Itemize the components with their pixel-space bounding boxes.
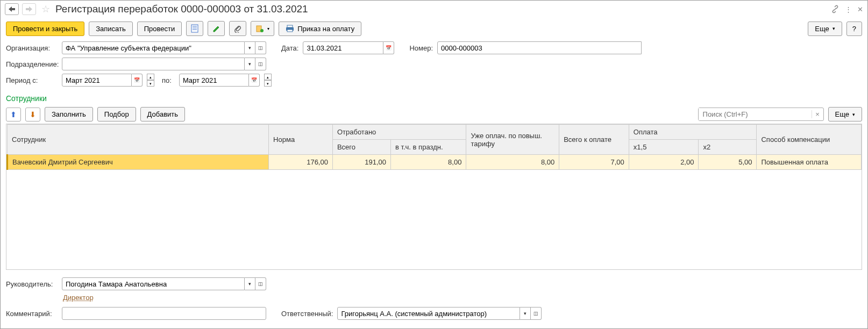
svg-rect-0 [191, 25, 198, 32]
fill-button[interactable]: Заполнить [45, 107, 93, 121]
resp-label: Ответственный: [281, 310, 333, 318]
cell-topay: 7,00 [559, 155, 629, 170]
forward-button[interactable] [22, 3, 36, 15]
manager-input[interactable] [62, 277, 245, 290]
report-icon-button[interactable] [186, 21, 203, 36]
org-input[interactable] [62, 41, 245, 54]
resp-open-button[interactable]: ◫ [531, 307, 542, 320]
post-button[interactable]: Провести [137, 22, 182, 36]
footer-form: Руководитель: ▾ ◫ Директор Комментарий: … [1, 274, 867, 328]
print-order-button[interactable]: Приказ на оплату [279, 22, 361, 36]
table-row[interactable]: Вачевский Дмитрий Сергеевич 176,00 191,0… [8, 155, 862, 170]
col-total-pay: Всего к оплате [559, 125, 629, 155]
resp-dropdown-button[interactable]: ▾ [520, 307, 531, 320]
org-open-button[interactable]: ◫ [255, 41, 266, 54]
period-from-label: Период с: [6, 76, 58, 84]
save-button[interactable]: Записать [89, 22, 133, 36]
date-input[interactable] [303, 41, 383, 54]
date-label: Дата: [281, 44, 298, 52]
search-clear-button[interactable]: × [812, 110, 823, 118]
add-button[interactable]: Добавить [140, 107, 185, 121]
cell-norm: 176,00 [269, 155, 333, 170]
col-employee: Сотрудник [8, 125, 269, 155]
period-to-calendar-button[interactable]: 📅 [249, 74, 260, 87]
cell-p15: 2,00 [629, 155, 699, 170]
period-to-input[interactable] [179, 74, 249, 87]
col-x2: x2 [699, 140, 757, 155]
link-icon[interactable] [831, 5, 839, 13]
favorite-icon[interactable]: ☆ [41, 3, 50, 15]
position-link[interactable]: Директор [63, 294, 94, 302]
period-to-spinner[interactable]: ▴▾ [264, 74, 272, 87]
cell-holiday: 8,00 [390, 155, 466, 170]
attach-icon-button[interactable] [229, 21, 246, 36]
post-and-close-button[interactable]: Провести и закрыть [6, 22, 84, 36]
org-dropdown-button[interactable]: ▾ [245, 41, 255, 54]
manager-label: Руководитель: [6, 280, 58, 288]
close-icon[interactable]: ✕ [857, 5, 863, 13]
main-toolbar: Провести и закрыть Записать Провести ▾ П… [1, 18, 867, 39]
date-calendar-button[interactable]: 📅 [383, 41, 394, 54]
manager-open-button[interactable]: ◫ [255, 277, 266, 290]
back-button[interactable] [5, 3, 19, 15]
dept-dropdown-button[interactable]: ▾ [245, 58, 255, 70]
help-button[interactable]: ? [846, 22, 862, 36]
col-norm: Норма [269, 125, 333, 155]
cell-already: 8,00 [466, 155, 559, 170]
period-to-label: по: [162, 76, 172, 84]
comment-input[interactable] [62, 307, 266, 320]
resp-input[interactable] [337, 307, 520, 320]
cell-employee: Вачевский Дмитрий Сергеевич [8, 155, 269, 170]
dept-input[interactable] [62, 58, 245, 70]
cell-p2: 5,00 [699, 155, 757, 170]
svg-rect-6 [287, 25, 293, 27]
table-search: × [698, 108, 824, 121]
manager-dropdown-button[interactable]: ▾ [245, 277, 255, 290]
move-down-button[interactable]: ⬇ [25, 108, 40, 121]
col-worked-total: Всего [332, 140, 390, 155]
col-worked: Отработано [332, 125, 466, 140]
dept-label: Подразделение: [6, 60, 58, 68]
select-button[interactable]: Подбор [97, 107, 136, 121]
period-from-calendar-button[interactable]: 📅 [132, 74, 143, 87]
search-input[interactable] [699, 108, 812, 120]
number-input[interactable] [437, 41, 642, 54]
dept-open-button[interactable]: ◫ [255, 58, 266, 70]
col-payment: Оплата [629, 125, 757, 140]
employees-section-title: Сотрудники [1, 92, 867, 105]
col-x15: x1,5 [629, 140, 699, 155]
page-title: Регистрация переработок 0000-000003 от 3… [55, 3, 828, 15]
svg-point-5 [260, 29, 264, 32]
more-button[interactable]: Еще [808, 22, 842, 36]
period-from-input[interactable] [62, 74, 132, 87]
org-label: Организация: [6, 44, 58, 52]
table-more-button[interactable]: Еще [828, 107, 862, 121]
number-label: Номер: [409, 44, 433, 52]
cell-total: 191,00 [332, 155, 390, 170]
col-already-paid: Уже оплач. по повыш. тарифу [466, 125, 559, 155]
titlebar: ☆ Регистрация переработок 0000-000003 от… [1, 1, 867, 18]
menu-icon[interactable]: ⋮ [845, 5, 852, 13]
employees-table: Сотрудник Норма Отработано Уже оплач. по… [6, 124, 862, 270]
move-up-button[interactable]: ⬆ [6, 108, 21, 121]
period-from-spinner[interactable]: ▴▾ [147, 74, 154, 87]
col-comp: Способ компенсации [757, 125, 862, 155]
cell-comp: Повышенная оплата [757, 155, 862, 170]
register-icon-button[interactable]: ▾ [251, 21, 274, 36]
svg-rect-8 [287, 30, 293, 32]
header-form: Организация: ▾ ◫ Дата: 📅 Номер: Подразде… [1, 39, 867, 92]
edit-icon-button[interactable] [208, 21, 225, 36]
comment-label: Комментарий: [6, 310, 58, 318]
col-worked-holiday: в т.ч. в праздн. [390, 140, 466, 155]
table-toolbar: ⬆ ⬇ Заполнить Подбор Добавить × Еще [1, 105, 867, 124]
